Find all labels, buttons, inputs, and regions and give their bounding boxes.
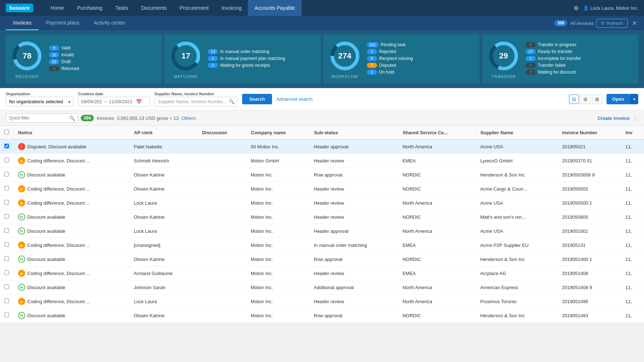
view-list-button[interactable]: ⊟ xyxy=(569,95,579,104)
badge-waiting-goods: 2 xyxy=(208,63,218,68)
row-substatus: Header review xyxy=(310,295,398,309)
row-checkbox-cell xyxy=(0,168,14,182)
row-checkbox[interactable] xyxy=(4,158,9,162)
th-discussion[interactable]: Discussion xyxy=(198,126,246,139)
app-logo[interactable]: basware xyxy=(6,4,33,12)
search-button[interactable]: Search xyxy=(242,94,272,104)
table-row[interactable]: % Discount available Olssen Katrine Mobo… xyxy=(0,252,644,266)
supplier-input[interactable]: Supplier Name, Invoice Numbe... 🔍 xyxy=(154,97,238,106)
row-discussion xyxy=(198,295,246,309)
nav-purchasing[interactable]: Purchasing xyxy=(70,0,109,16)
th-invoice-number[interactable]: Invoice Number xyxy=(558,126,621,139)
row-checkbox[interactable] xyxy=(4,186,9,191)
row-checkbox[interactable] xyxy=(4,313,9,317)
row-checkbox[interactable] xyxy=(4,256,9,261)
table-row[interactable]: % Discount available Lock Laura Mobor In… xyxy=(0,224,644,238)
row-checkbox[interactable] xyxy=(4,298,9,303)
select-all-checkbox[interactable] xyxy=(4,130,9,134)
table-row[interactable]: ▲ Coding difference, Discount ... Schmid… xyxy=(0,154,644,168)
tab-payment-plans[interactable]: Payment plans xyxy=(39,16,87,30)
row-checkbox[interactable] xyxy=(4,270,9,275)
create-invoice-link[interactable]: Create invoice xyxy=(597,115,630,121)
nav-tasks[interactable]: Tasks xyxy=(109,0,135,16)
label-manual-payment: In manual payment plan matching xyxy=(220,56,285,61)
row-checkbox-cell xyxy=(0,252,14,266)
row-discussion xyxy=(198,182,246,196)
row-checkbox-cell xyxy=(0,182,14,196)
th-inv[interactable]: Inv xyxy=(621,126,644,139)
notice-text: Coding difference, Discount ... xyxy=(27,158,90,163)
row-checkbox[interactable] xyxy=(4,228,9,233)
row-ssc: North America xyxy=(398,139,476,154)
others-link[interactable]: Others xyxy=(181,115,196,121)
date-input[interactable]: 09/09/202 – 11/09/2021 📅 xyxy=(78,97,150,106)
label-invalid: Invalid xyxy=(61,52,74,57)
th-sub-status[interactable]: Sub-status xyxy=(310,126,398,139)
row-discussion xyxy=(198,168,246,182)
all-invoices-label[interactable]: All invoices xyxy=(570,21,593,26)
row-checkbox[interactable] xyxy=(4,144,9,148)
row-checkbox[interactable] xyxy=(4,242,9,247)
top-navigation: basware Home Purchasing Tasks Documents … xyxy=(0,0,644,16)
more-options-icon[interactable]: ⋮ xyxy=(632,115,638,122)
table-row[interactable]: ! Disputed, Discount available Patel Isa… xyxy=(0,139,644,154)
row-supplier: Acme P2P Supplier EU xyxy=(476,238,558,252)
organization-filter-group: Organization No organizations selected xyxy=(6,92,74,106)
label-recipient-missing: Recipient missing xyxy=(379,56,413,61)
search-icon: 🔍 xyxy=(229,99,235,104)
row-substatus: Header approval xyxy=(310,139,398,154)
tab-invoices[interactable]: Invoices xyxy=(6,16,39,30)
view-compact-button[interactable]: ⊞ xyxy=(581,95,591,104)
th-supplier-name[interactable]: Supplier Name xyxy=(476,126,558,139)
table-row[interactable]: ▲ Coding difference, Discount ... Lock L… xyxy=(0,196,644,210)
table-row[interactable]: ▲ Coding difference, Discount ... Armand… xyxy=(0,266,644,280)
table-row[interactable]: % Discount available Johnson Sarah Mobor… xyxy=(0,280,644,295)
label-draft: Draft xyxy=(61,59,71,64)
table-row[interactable]: ▲ Coding difference, Discount ... Olssen… xyxy=(0,182,644,196)
advanced-search-button[interactable]: Advanced search xyxy=(276,96,312,102)
table-row[interactable]: % Discount available Olssen Katrine Mobo… xyxy=(0,210,644,224)
transfer-label: TRANSFER xyxy=(491,74,516,79)
nav-invoicing[interactable]: Invoicing xyxy=(215,0,248,16)
row-company: 00 Mobor Inc. xyxy=(246,139,310,154)
badge-disputed: 7 xyxy=(367,63,377,68)
row-checkbox[interactable] xyxy=(4,200,9,205)
label-incomplete-transfer: Incomplete for transfer xyxy=(538,56,581,61)
organization-select[interactable]: No organizations selected xyxy=(6,97,74,106)
nav-documents[interactable]: Documents xyxy=(135,0,173,16)
table-row[interactable]: % Discount available Olssen Katrine Mobo… xyxy=(0,168,644,182)
refresh-button[interactable]: ↻ Refresh xyxy=(596,19,628,28)
filter-row: Organization No organizations selected C… xyxy=(0,88,644,110)
settings-icon[interactable]: ⚙ xyxy=(574,5,579,12)
table-row[interactable]: ▲ Coding difference, Discount ... [unass… xyxy=(0,238,644,252)
row-ap-clerk: Olssen Katrine xyxy=(130,168,198,182)
notice-icon: % xyxy=(18,227,25,235)
user-menu[interactable]: 👤 Lock Laura, Mobor Inc. xyxy=(583,5,638,11)
tab-activity-center[interactable]: Activity center xyxy=(87,16,132,30)
row-ap-clerk: Patel Isabella xyxy=(130,139,198,154)
date-from: 09/09/202 xyxy=(81,99,102,104)
nav-procurement[interactable]: Procurement xyxy=(173,0,215,16)
notice-icon: ▲ xyxy=(18,241,25,249)
quick-filter-input[interactable] xyxy=(6,113,78,123)
view-grid-button[interactable]: ⊠ xyxy=(592,95,602,104)
close-button[interactable]: ✕ xyxy=(631,20,638,27)
row-checkbox[interactable] xyxy=(4,214,9,219)
row-ap-clerk: Schmidt Heinrich xyxy=(130,154,198,168)
table-row[interactable]: ▲ Coding difference, Discount ... Lock L… xyxy=(0,295,644,309)
row-company: Mobor Inc. xyxy=(246,295,310,309)
donut-transfer: 29 xyxy=(487,40,520,72)
row-ap-clerk: Olssen Katrine xyxy=(130,252,198,266)
table-row[interactable]: % Discount available Olssen Katrine Mobo… xyxy=(0,309,644,323)
th-ap-clerk[interactable]: AP clerk xyxy=(130,126,198,139)
nav-home[interactable]: Home xyxy=(44,0,70,16)
th-shared-service[interactable]: Shared Service Ce... xyxy=(398,126,476,139)
nav-accounts-payable[interactable]: Accounts Payable xyxy=(248,0,301,16)
row-checkbox[interactable] xyxy=(4,172,9,176)
open-button-arrow[interactable]: ▾ xyxy=(630,94,638,104)
th-company-name[interactable]: Company name xyxy=(246,126,310,139)
open-button[interactable]: Open xyxy=(606,94,630,104)
calendar-icon[interactable]: 📅 xyxy=(136,99,142,104)
row-checkbox[interactable] xyxy=(4,284,9,289)
workflow-number: 274 xyxy=(338,51,351,60)
